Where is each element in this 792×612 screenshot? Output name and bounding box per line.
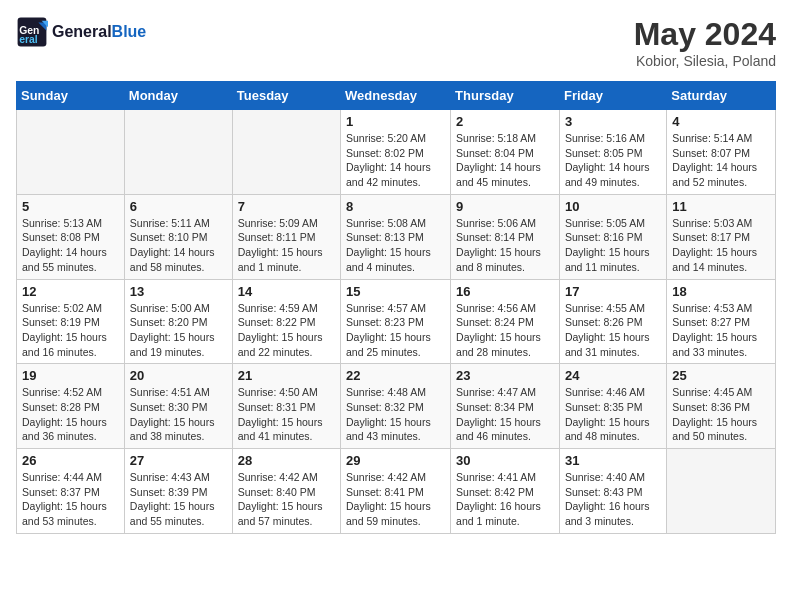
day-number: 22 [346, 368, 445, 383]
day-cell: 9Sunrise: 5:06 AMSunset: 8:14 PMDaylight… [451, 194, 560, 279]
day-cell: 3Sunrise: 5:16 AMSunset: 8:05 PMDaylight… [559, 110, 666, 195]
week-row-2: 5Sunrise: 5:13 AMSunset: 8:08 PMDaylight… [17, 194, 776, 279]
day-cell: 8Sunrise: 5:08 AMSunset: 8:13 PMDaylight… [341, 194, 451, 279]
day-number: 13 [130, 284, 227, 299]
day-info: Sunrise: 4:55 AMSunset: 8:26 PMDaylight:… [565, 301, 661, 360]
month-year-title: May 2024 [634, 16, 776, 53]
day-number: 29 [346, 453, 445, 468]
day-cell: 26Sunrise: 4:44 AMSunset: 8:37 PMDayligh… [17, 449, 125, 534]
title-block: May 2024 Kobior, Silesia, Poland [634, 16, 776, 69]
weekday-header-friday: Friday [559, 82, 666, 110]
day-info: Sunrise: 4:50 AMSunset: 8:31 PMDaylight:… [238, 385, 335, 444]
day-info: Sunrise: 5:06 AMSunset: 8:14 PMDaylight:… [456, 216, 554, 275]
day-number: 23 [456, 368, 554, 383]
day-info: Sunrise: 4:56 AMSunset: 8:24 PMDaylight:… [456, 301, 554, 360]
day-info: Sunrise: 4:40 AMSunset: 8:43 PMDaylight:… [565, 470, 661, 529]
day-info: Sunrise: 5:14 AMSunset: 8:07 PMDaylight:… [672, 131, 770, 190]
day-cell [232, 110, 340, 195]
weekday-header-row: SundayMondayTuesdayWednesdayThursdayFrid… [17, 82, 776, 110]
day-number: 3 [565, 114, 661, 129]
day-number: 5 [22, 199, 119, 214]
day-number: 18 [672, 284, 770, 299]
day-info: Sunrise: 5:16 AMSunset: 8:05 PMDaylight:… [565, 131, 661, 190]
day-number: 14 [238, 284, 335, 299]
day-cell: 18Sunrise: 4:53 AMSunset: 8:27 PMDayligh… [667, 279, 776, 364]
day-cell: 6Sunrise: 5:11 AMSunset: 8:10 PMDaylight… [124, 194, 232, 279]
day-info: Sunrise: 4:59 AMSunset: 8:22 PMDaylight:… [238, 301, 335, 360]
day-number: 28 [238, 453, 335, 468]
day-number: 11 [672, 199, 770, 214]
day-number: 16 [456, 284, 554, 299]
day-info: Sunrise: 5:00 AMSunset: 8:20 PMDaylight:… [130, 301, 227, 360]
day-info: Sunrise: 4:51 AMSunset: 8:30 PMDaylight:… [130, 385, 227, 444]
weekday-header-tuesday: Tuesday [232, 82, 340, 110]
day-cell: 25Sunrise: 4:45 AMSunset: 8:36 PMDayligh… [667, 364, 776, 449]
weekday-header-wednesday: Wednesday [341, 82, 451, 110]
day-cell: 10Sunrise: 5:05 AMSunset: 8:16 PMDayligh… [559, 194, 666, 279]
day-number: 21 [238, 368, 335, 383]
svg-text:eral: eral [19, 34, 38, 45]
day-cell: 2Sunrise: 5:18 AMSunset: 8:04 PMDaylight… [451, 110, 560, 195]
day-number: 19 [22, 368, 119, 383]
logo-blue: Blue [112, 23, 147, 40]
weekday-header-saturday: Saturday [667, 82, 776, 110]
week-row-3: 12Sunrise: 5:02 AMSunset: 8:19 PMDayligh… [17, 279, 776, 364]
day-cell: 1Sunrise: 5:20 AMSunset: 8:02 PMDaylight… [341, 110, 451, 195]
week-row-4: 19Sunrise: 4:52 AMSunset: 8:28 PMDayligh… [17, 364, 776, 449]
day-number: 31 [565, 453, 661, 468]
day-info: Sunrise: 5:02 AMSunset: 8:19 PMDaylight:… [22, 301, 119, 360]
day-number: 27 [130, 453, 227, 468]
day-info: Sunrise: 4:44 AMSunset: 8:37 PMDaylight:… [22, 470, 119, 529]
day-number: 7 [238, 199, 335, 214]
day-cell: 19Sunrise: 4:52 AMSunset: 8:28 PMDayligh… [17, 364, 125, 449]
day-number: 2 [456, 114, 554, 129]
logo-general: General [52, 23, 112, 40]
day-cell: 12Sunrise: 5:02 AMSunset: 8:19 PMDayligh… [17, 279, 125, 364]
day-info: Sunrise: 4:43 AMSunset: 8:39 PMDaylight:… [130, 470, 227, 529]
day-number: 15 [346, 284, 445, 299]
day-info: Sunrise: 5:03 AMSunset: 8:17 PMDaylight:… [672, 216, 770, 275]
day-info: Sunrise: 4:52 AMSunset: 8:28 PMDaylight:… [22, 385, 119, 444]
logo-icon: Gen eral [16, 16, 48, 48]
day-number: 12 [22, 284, 119, 299]
day-cell: 24Sunrise: 4:46 AMSunset: 8:35 PMDayligh… [559, 364, 666, 449]
day-cell: 23Sunrise: 4:47 AMSunset: 8:34 PMDayligh… [451, 364, 560, 449]
day-cell: 14Sunrise: 4:59 AMSunset: 8:22 PMDayligh… [232, 279, 340, 364]
day-cell: 31Sunrise: 4:40 AMSunset: 8:43 PMDayligh… [559, 449, 666, 534]
weekday-header-sunday: Sunday [17, 82, 125, 110]
day-number: 6 [130, 199, 227, 214]
logo: Gen eral GeneralBlue [16, 16, 146, 48]
day-cell: 5Sunrise: 5:13 AMSunset: 8:08 PMDaylight… [17, 194, 125, 279]
day-cell [124, 110, 232, 195]
day-number: 4 [672, 114, 770, 129]
day-number: 26 [22, 453, 119, 468]
weekday-header-thursday: Thursday [451, 82, 560, 110]
day-info: Sunrise: 5:11 AMSunset: 8:10 PMDaylight:… [130, 216, 227, 275]
day-cell: 28Sunrise: 4:42 AMSunset: 8:40 PMDayligh… [232, 449, 340, 534]
day-cell: 11Sunrise: 5:03 AMSunset: 8:17 PMDayligh… [667, 194, 776, 279]
day-number: 17 [565, 284, 661, 299]
day-number: 9 [456, 199, 554, 214]
weekday-header-monday: Monday [124, 82, 232, 110]
day-info: Sunrise: 5:08 AMSunset: 8:13 PMDaylight:… [346, 216, 445, 275]
day-info: Sunrise: 5:05 AMSunset: 8:16 PMDaylight:… [565, 216, 661, 275]
day-info: Sunrise: 4:42 AMSunset: 8:41 PMDaylight:… [346, 470, 445, 529]
day-number: 1 [346, 114, 445, 129]
day-cell: 27Sunrise: 4:43 AMSunset: 8:39 PMDayligh… [124, 449, 232, 534]
location-subtitle: Kobior, Silesia, Poland [634, 53, 776, 69]
day-info: Sunrise: 4:41 AMSunset: 8:42 PMDaylight:… [456, 470, 554, 529]
day-info: Sunrise: 5:20 AMSunset: 8:02 PMDaylight:… [346, 131, 445, 190]
day-number: 24 [565, 368, 661, 383]
day-cell: 21Sunrise: 4:50 AMSunset: 8:31 PMDayligh… [232, 364, 340, 449]
day-info: Sunrise: 5:09 AMSunset: 8:11 PMDaylight:… [238, 216, 335, 275]
day-number: 30 [456, 453, 554, 468]
day-cell: 7Sunrise: 5:09 AMSunset: 8:11 PMDaylight… [232, 194, 340, 279]
day-cell: 22Sunrise: 4:48 AMSunset: 8:32 PMDayligh… [341, 364, 451, 449]
day-info: Sunrise: 5:13 AMSunset: 8:08 PMDaylight:… [22, 216, 119, 275]
calendar-table: SundayMondayTuesdayWednesdayThursdayFrid… [16, 81, 776, 534]
day-cell: 13Sunrise: 5:00 AMSunset: 8:20 PMDayligh… [124, 279, 232, 364]
day-number: 8 [346, 199, 445, 214]
day-cell: 16Sunrise: 4:56 AMSunset: 8:24 PMDayligh… [451, 279, 560, 364]
day-cell [17, 110, 125, 195]
day-info: Sunrise: 4:45 AMSunset: 8:36 PMDaylight:… [672, 385, 770, 444]
